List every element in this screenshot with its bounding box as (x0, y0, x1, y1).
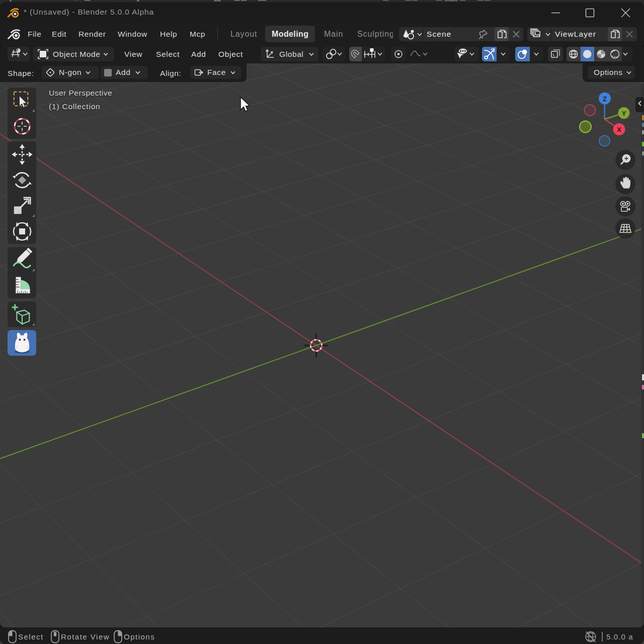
svg-text:X: X (617, 126, 621, 133)
svg-text:Z: Z (603, 95, 607, 103)
svg-text:Y: Y (622, 110, 626, 117)
